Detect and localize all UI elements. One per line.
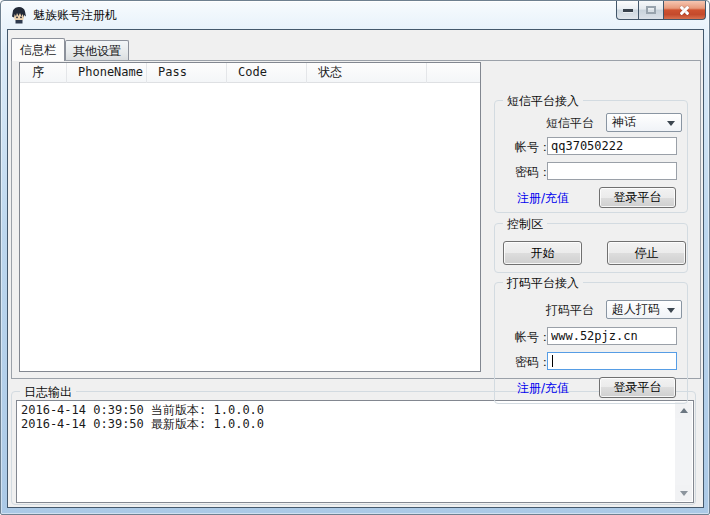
captcha-platform-group: 打码平台接入 打码平台 超人打码 帐号： 密码： 注册/充值 登录平台 — [494, 282, 688, 404]
stop-button[interactable]: 停止 — [607, 241, 686, 265]
scroll-down-icon — [680, 491, 688, 496]
app-window: 魅族账号注册机 信息栏 其他设置 序 PhoneName Pass Code — [0, 0, 710, 515]
start-button[interactable]: 开始 — [503, 241, 582, 265]
scroll-up-icon — [680, 408, 688, 413]
sms-group-title: 短信平台接入 — [503, 93, 583, 110]
app-icon — [11, 6, 27, 24]
caption-buttons — [617, 1, 706, 20]
maximize-icon — [646, 6, 656, 14]
captcha-register-link[interactable]: 注册/充值 — [517, 380, 569, 397]
log-lines: 2016-4-14 0:39:50 当前版本: 1.0.0.0 2016-4-1… — [17, 403, 675, 431]
sms-platform-label: 短信平台 — [546, 115, 594, 132]
sms-account-label: 帐号： — [515, 139, 551, 156]
list-header: 序 PhoneName Pass Code 状态 — [20, 63, 480, 83]
log-line: 2016-4-14 0:39:50 最新版本: 1.0.0.0 — [17, 417, 675, 431]
log-group-title: 日志输出 — [20, 384, 76, 401]
minimize-icon — [623, 9, 633, 12]
control-group: 控制区 开始 停止 — [494, 223, 688, 273]
captcha-login-button[interactable]: 登录平台 — [599, 377, 676, 398]
sms-platform-group: 短信平台接入 短信平台 神话 帐号： 密码： 注册/充值 登录平台 — [494, 100, 688, 213]
captcha-group-title: 打码平台接入 — [503, 275, 583, 292]
tab-other-settings[interactable]: 其他设置 — [65, 40, 129, 61]
captcha-password-input[interactable] — [547, 352, 677, 370]
column-header-status[interactable]: 状态 — [307, 63, 427, 83]
column-header-pass[interactable]: Pass — [147, 63, 227, 83]
captcha-account-label: 帐号： — [515, 329, 551, 346]
minimize-button[interactable] — [616, 1, 639, 20]
log-line: 2016-4-14 0:39:50 当前版本: 1.0.0.0 — [17, 403, 675, 417]
log-output-group: 日志输出 2016-4-14 0:39:50 当前版本: 1.0.0.0 201… — [11, 391, 696, 505]
sms-platform-select[interactable]: 神话 — [606, 113, 682, 132]
control-group-title: 控制区 — [503, 216, 547, 233]
log-scrollbar[interactable] — [675, 402, 692, 501]
sms-platform-selected-value: 神话 — [612, 115, 636, 129]
captcha-platform-selected-value: 超人打码 — [612, 302, 660, 316]
title-bar[interactable]: 魅族账号注册机 — [1, 1, 709, 29]
column-header-phonename[interactable]: PhoneName — [67, 63, 147, 83]
sms-password-label: 密码： — [515, 164, 551, 181]
scroll-down-button[interactable] — [675, 485, 692, 501]
column-header-code[interactable]: Code — [227, 63, 307, 83]
tab-info-bar[interactable]: 信息栏 — [11, 38, 65, 61]
list-body[interactable] — [20, 84, 480, 371]
client-area: 信息栏 其他设置 序 PhoneName Pass Code 状态 短信平台接入… — [7, 29, 704, 508]
accounts-list: 序 PhoneName Pass Code 状态 — [19, 62, 481, 372]
captcha-platform-label: 打码平台 — [546, 302, 594, 319]
sms-login-button[interactable]: 登录平台 — [599, 187, 676, 208]
close-button[interactable] — [663, 1, 706, 20]
window-title: 魅族账号注册机 — [33, 1, 117, 29]
column-header-empty — [427, 63, 480, 83]
maximize-button[interactable] — [638, 1, 664, 20]
captcha-password-label: 密码： — [515, 354, 551, 371]
chevron-down-icon — [667, 121, 675, 126]
chevron-down-icon — [667, 308, 675, 313]
column-header-index[interactable]: 序 — [20, 63, 67, 83]
sms-account-input[interactable] — [547, 137, 677, 155]
captcha-platform-select[interactable]: 超人打码 — [606, 300, 682, 319]
captcha-account-input[interactable] — [547, 327, 677, 345]
scroll-up-button[interactable] — [675, 402, 692, 418]
sms-register-link[interactable]: 注册/充值 — [517, 190, 569, 207]
log-output[interactable]: 2016-4-14 0:39:50 当前版本: 1.0.0.0 2016-4-1… — [16, 400, 694, 503]
close-icon — [678, 4, 691, 17]
text-caret — [552, 355, 553, 367]
sms-password-input[interactable] — [547, 162, 677, 180]
tab-content-pane: 序 PhoneName Pass Code 状态 短信平台接入 短信平台 神话 … — [11, 60, 701, 379]
